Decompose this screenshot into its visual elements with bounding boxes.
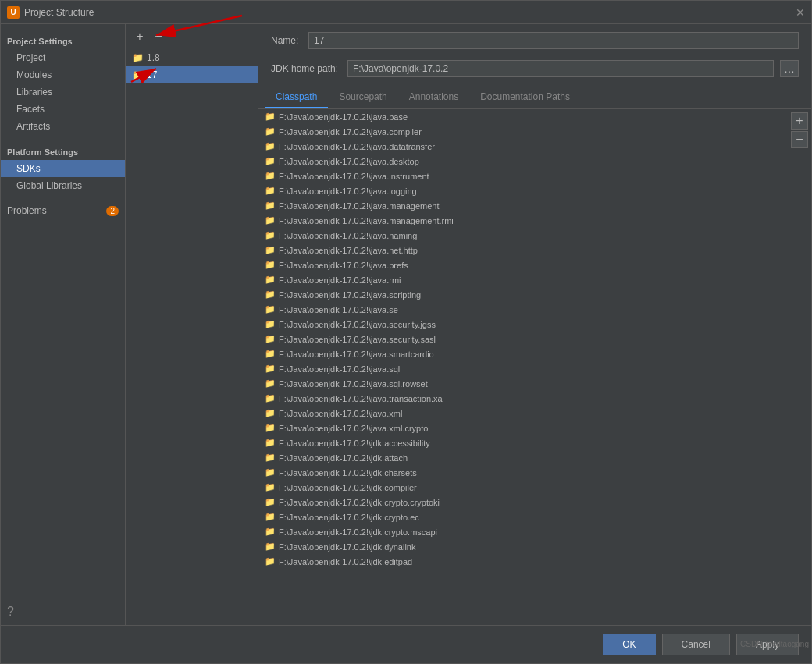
tab-annotations[interactable]: Annotations: [398, 87, 469, 108]
classpath-list-item[interactable]: 📁F:\Java\openjdk-17.0.2!\java.management…: [258, 213, 788, 228]
sidebar-item-facets[interactable]: Facets: [1, 101, 125, 118]
classpath-folder-icon: 📁: [265, 497, 276, 507]
classpath-list-item[interactable]: 📁F:\Java\openjdk-17.0.2!\java.net.http: [258, 243, 788, 257]
classpath-folder-icon: 📁: [265, 171, 276, 181]
classpath-folder-icon: 📁: [265, 378, 276, 389]
classpath-list-item[interactable]: 📁F:\Java\openjdk-17.0.2!\jdk.compiler: [258, 480, 788, 495]
close-button[interactable]: ✕: [796, 6, 805, 19]
classpath-list-item[interactable]: 📁F:\Java\openjdk-17.0.2!\java.transactio…: [258, 391, 788, 406]
sidebar-item-sdks[interactable]: SDKs: [1, 160, 125, 177]
remove-classpath-button[interactable]: −: [791, 131, 808, 148]
classpath-list-item[interactable]: 📁F:\Java\openjdk-17.0.2!\java.prefs: [258, 257, 788, 272]
sdk-item-1.8[interactable]: 📁 1.8: [126, 49, 258, 66]
sidebar-item-libraries[interactable]: Libraries: [1, 83, 125, 101]
classpath-folder-icon: 📁: [265, 393, 276, 403]
sidebar-item-artifacts[interactable]: Artifacts: [1, 118, 125, 135]
classpath-list-item[interactable]: 📁F:\Java\openjdk-17.0.2!\jdk.crypto.msca…: [258, 524, 788, 539]
folder-icon: 📁: [132, 52, 144, 63]
classpath-folder-icon: 📁: [265, 556, 276, 566]
classpath-list-item[interactable]: 📁F:\Java\openjdk-17.0.2!\java.instrument: [258, 169, 788, 183]
classpath-list-item[interactable]: 📁F:\Java\openjdk-17.0.2!\java.desktop: [258, 154, 788, 169]
jdk-path-input[interactable]: [347, 60, 774, 77]
classpath-list-item[interactable]: 📁F:\Java\openjdk-17.0.2!\java.rmi: [258, 272, 788, 287]
classpath-list-item[interactable]: 📁F:\Java\openjdk-17.0.2!\jdk.crypto.cryp…: [258, 495, 788, 510]
browse-button[interactable]: …: [780, 60, 799, 77]
classpath-list-item[interactable]: 📁F:\Java\openjdk-17.0.2!\java.security.s…: [258, 332, 788, 346]
ok-button[interactable]: OK: [603, 634, 655, 655]
classpath-folder-icon: 📁: [265, 156, 276, 166]
classpath-folder-icon: 📁: [265, 423, 276, 433]
tab-documentation-paths[interactable]: Documentation Paths: [469, 87, 581, 108]
tabs: Classpath Sourcepath Annotations Documen…: [258, 87, 811, 109]
classpath-folder-icon: 📁: [265, 467, 276, 478]
add-classpath-button[interactable]: +: [791, 112, 808, 130]
classpath-list-item[interactable]: 📁F:\Java\openjdk-17.0.2!\java.se: [258, 302, 788, 317]
add-sdk-button[interactable]: +: [132, 29, 148, 44]
sidebar-item-project[interactable]: Project: [1, 49, 125, 66]
classpath-folder-icon: 📁: [265, 141, 276, 151]
main-content: Project Settings Project Modules Librari…: [1, 24, 811, 625]
classpath-folder-icon: 📁: [265, 201, 276, 211]
classpath-folder-icon: 📁: [265, 245, 276, 255]
classpath-list-item[interactable]: 📁F:\Java\openjdk-17.0.2!\jdk.charsets: [258, 465, 788, 480]
tab-classpath[interactable]: Classpath: [265, 87, 328, 108]
classpath-list-item[interactable]: 📁F:\Java\openjdk-17.0.2!\jdk.accessibili…: [258, 435, 788, 450]
classpath-list-item[interactable]: 📁F:\Java\openjdk-17.0.2!\java.sql.rowset: [258, 376, 788, 391]
classpath-list-item[interactable]: 📁F:\Java\openjdk-17.0.2!\java.logging: [258, 183, 788, 198]
platform-settings-header: Platform Settings: [1, 141, 125, 160]
classpath-list-item[interactable]: 📁F:\Java\openjdk-17.0.2!\java.naming: [258, 228, 788, 243]
name-input[interactable]: [308, 32, 799, 49]
classpath-list-item[interactable]: 📁F:\Java\openjdk-17.0.2!\jdk.attach: [258, 450, 788, 465]
title-bar-left: U Project Structure: [7, 6, 94, 19]
sdk-item-17[interactable]: 📁 17: [126, 66, 258, 83]
cancel-button[interactable]: Cancel: [662, 634, 730, 655]
classpath-list-item[interactable]: 📁F:\Java\openjdk-17.0.2!\java.management: [258, 198, 788, 213]
problems-item[interactable]: Problems 2: [1, 201, 125, 221]
classpath-folder-icon: 📁: [265, 453, 276, 463]
sidebar-item-global-libraries[interactable]: Global Libraries: [1, 177, 125, 194]
tab-sourcepath[interactable]: Sourcepath: [328, 87, 397, 108]
help-button[interactable]: ?: [1, 598, 125, 625]
classpath-list-item[interactable]: 📁F:\Java\openjdk-17.0.2!\java.datatransf…: [258, 139, 788, 154]
classpath-folder-icon: 📁: [265, 541, 276, 552]
jdk-row: JDK home path: …: [258, 57, 811, 80]
project-settings-header: Project Settings: [1, 30, 125, 49]
classpath-folder-icon: 📁: [265, 438, 276, 448]
classpath-list-item[interactable]: 📁F:\Java\openjdk-17.0.2!\java.xml: [258, 406, 788, 421]
classpath-folder-icon: 📁: [265, 408, 276, 418]
classpath-list-item[interactable]: 📁F:\Java\openjdk-17.0.2!\java.sql: [258, 361, 788, 376]
classpath-list: 📁F:\Java\openjdk-17.0.2!\java.base📁F:\Ja…: [258, 109, 788, 625]
classpath-list-item[interactable]: 📁F:\Java\openjdk-17.0.2!\java.compiler: [258, 124, 788, 139]
sidebar: Project Settings Project Modules Librari…: [1, 24, 126, 625]
problems-badge: 2: [106, 206, 119, 216]
name-label: Name:: [271, 35, 302, 46]
classpath-folder-icon: 📁: [265, 334, 276, 344]
classpath-list-item[interactable]: 📁F:\Java\openjdk-17.0.2!\java.xml.crypto: [258, 421, 788, 435]
classpath-list-item[interactable]: 📁F:\Java\openjdk-17.0.2!\jdk.dynalink: [258, 539, 788, 554]
main-window: U Project Structure ✕ Project Settings P…: [0, 0, 812, 664]
classpath-list-item[interactable]: 📁F:\Java\openjdk-17.0.2!\jdk.editpad: [258, 554, 788, 569]
sdk-list: 📁 1.8 📁 17: [126, 49, 258, 625]
classpath-folder-icon: 📁: [265, 289, 276, 300]
sidebar-item-modules[interactable]: Modules: [1, 66, 125, 83]
title-bar: U Project Structure ✕: [1, 1, 811, 24]
classpath-folder-icon: 📁: [265, 512, 276, 522]
problems-label: Problems: [7, 205, 47, 216]
watermark: CSDN @cdtaogang: [740, 640, 809, 648]
sdk-panel: + − 📁 1.8 📁 17: [126, 24, 258, 625]
classpath-list-item[interactable]: 📁F:\Java\openjdk-17.0.2!\jdk.crypto.ec: [258, 510, 788, 524]
classpath-folder-icon: 📁: [265, 275, 276, 285]
classpath-side-buttons: + −: [788, 109, 811, 625]
classpath-list-item[interactable]: 📁F:\Java\openjdk-17.0.2!\java.smartcardi…: [258, 346, 788, 361]
remove-sdk-button[interactable]: −: [151, 29, 166, 44]
app-icon: U: [7, 6, 20, 19]
classpath-list-item[interactable]: 📁F:\Java\openjdk-17.0.2!\java.scripting: [258, 287, 788, 302]
classpath-folder-icon: 📁: [265, 230, 276, 240]
classpath-list-item[interactable]: 📁F:\Java\openjdk-17.0.2!\java.base: [258, 109, 788, 124]
classpath-list-item[interactable]: 📁F:\Java\openjdk-17.0.2!\java.security.j…: [258, 317, 788, 332]
classpath-folder-icon: 📁: [265, 304, 276, 314]
classpath-folder-icon: 📁: [265, 364, 276, 374]
classpath-folder-icon: 📁: [265, 126, 276, 137]
jdk-label: JDK home path:: [271, 63, 341, 74]
classpath-folder-icon: 📁: [265, 260, 276, 270]
